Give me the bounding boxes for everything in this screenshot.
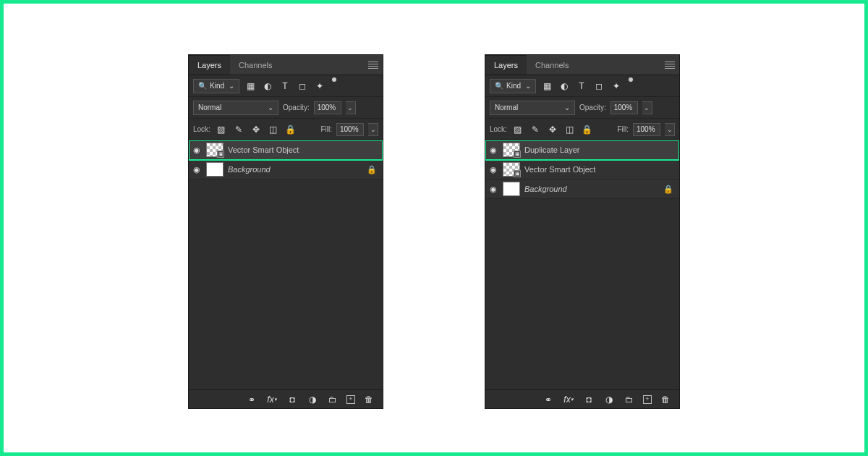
layer-mask-icon[interactable]: ◘ bbox=[286, 393, 299, 406]
filter-type-icon[interactable]: T bbox=[575, 80, 588, 93]
visibility-eye-icon[interactable]: ◉ bbox=[488, 185, 498, 194]
filter-shape-icon[interactable]: ◻ bbox=[592, 80, 605, 93]
layer-name[interactable]: Vector Smart Object bbox=[524, 165, 676, 174]
tab-channels[interactable]: Channels bbox=[527, 55, 577, 75]
chevron-down-icon[interactable]: ⌄ bbox=[346, 101, 356, 114]
layers-list: ◉ ▣ Vector Smart Object ◉ Background 🔒 bbox=[189, 140, 383, 389]
smart-object-badge-icon: ▣ bbox=[514, 170, 521, 177]
layer-row[interactable]: ◉ Background 🔒 bbox=[189, 160, 383, 180]
smart-object-badge-icon: ▣ bbox=[514, 151, 521, 158]
tab-label: Channels bbox=[239, 61, 272, 69]
layer-thumbnail[interactable] bbox=[206, 162, 224, 177]
adjustment-layer-icon[interactable]: ◑ bbox=[306, 393, 319, 406]
link-layers-icon[interactable]: ⚭ bbox=[245, 393, 258, 406]
blend-mode-dropdown[interactable]: Normal bbox=[490, 101, 575, 115]
filter-adjustment-icon[interactable]: ◐ bbox=[261, 80, 274, 93]
fill-value: 100% bbox=[637, 125, 655, 133]
lock-label: Lock: bbox=[193, 125, 210, 133]
blend-row: Normal Opacity: 100% ⌄ bbox=[189, 97, 383, 119]
delete-layer-icon[interactable]: 🗑 bbox=[659, 393, 672, 406]
layers-list: ◉ ▣ Duplicate Layer ◉ ▣ Vector Smart Obj… bbox=[485, 140, 679, 389]
lock-pixels-icon[interactable]: ✎ bbox=[232, 123, 245, 136]
layer-thumbnail[interactable]: ▣ bbox=[503, 162, 520, 177]
filter-adjustment-icon[interactable]: ◐ bbox=[558, 80, 571, 93]
fill-input[interactable]: 100% bbox=[633, 123, 660, 136]
tab-label: Layers bbox=[197, 61, 221, 69]
new-layer-icon[interactable]: + bbox=[346, 395, 355, 404]
chevron-down-icon[interactable]: ⌄ bbox=[642, 101, 652, 114]
filter-type-icon[interactable]: T bbox=[278, 80, 292, 93]
layer-name[interactable]: Vector Smart Object bbox=[228, 145, 380, 154]
opacity-label: Opacity: bbox=[283, 104, 310, 111]
panel-menu-icon[interactable] bbox=[665, 62, 675, 69]
layer-thumbnail[interactable]: ▣ bbox=[503, 143, 520, 157]
layer-row[interactable]: ◉ ▣ Duplicate Layer bbox=[485, 140, 679, 160]
opacity-value: 100% bbox=[318, 104, 336, 111]
chevron-down-icon[interactable]: ⌄ bbox=[368, 123, 378, 136]
filter-pixel-icon[interactable]: ▦ bbox=[244, 80, 257, 93]
lock-indicator-icon: 🔒 bbox=[663, 185, 673, 194]
lock-pixels-icon[interactable]: ✎ bbox=[529, 123, 542, 136]
lock-label: Lock: bbox=[490, 125, 507, 133]
opacity-input[interactable]: 100% bbox=[314, 101, 341, 114]
dropdown-value: Normal bbox=[495, 104, 518, 111]
lock-all-icon[interactable]: 🔒 bbox=[581, 123, 594, 136]
tab-label: Channels bbox=[535, 61, 569, 69]
lock-artboard-icon[interactable]: ◫ bbox=[563, 123, 576, 136]
opacity-input[interactable]: 100% bbox=[610, 101, 638, 114]
filter-smartobj-icon[interactable]: ✦ bbox=[610, 80, 623, 93]
panel-menu-icon[interactable] bbox=[368, 62, 378, 69]
chevron-down-icon[interactable]: ⌄ bbox=[665, 123, 675, 136]
filter-kind-dropdown[interactable]: 🔍 Kind bbox=[490, 79, 536, 93]
layer-name[interactable]: Background bbox=[524, 185, 659, 193]
layer-row[interactable]: ◉ ▣ Vector Smart Object bbox=[189, 140, 383, 160]
layers-panel: Layers Channels 🔍 Kind ▦ ◐ T ◻ ✦ Normal … bbox=[485, 54, 680, 409]
layer-mask-icon[interactable]: ◘ bbox=[582, 393, 595, 406]
lock-position-icon[interactable]: ✥ bbox=[250, 123, 263, 136]
link-layers-icon[interactable]: ⚭ bbox=[542, 393, 555, 406]
adjustment-layer-icon[interactable]: ◑ bbox=[603, 393, 616, 406]
opacity-value: 100% bbox=[614, 104, 633, 111]
filter-toggle-icon[interactable] bbox=[629, 77, 633, 82]
new-layer-icon[interactable]: + bbox=[643, 395, 652, 404]
filter-row: 🔍 Kind ▦ ◐ T ◻ ✦ bbox=[485, 75, 679, 97]
visibility-eye-icon[interactable]: ◉ bbox=[488, 165, 498, 174]
layer-row[interactable]: ◉ ▣ Vector Smart Object bbox=[485, 160, 679, 180]
delete-layer-icon[interactable]: 🗑 bbox=[362, 393, 375, 406]
panel-footer: ⚭ fx▾ ◘ ◑ 🗀 + 🗑 bbox=[485, 389, 679, 408]
lock-row: Lock: ▨ ✎ ✥ ◫ 🔒 Fill: 100% ⌄ bbox=[189, 119, 383, 140]
filter-kind-dropdown[interactable]: 🔍 Kind bbox=[193, 79, 239, 93]
fill-input[interactable]: 100% bbox=[336, 123, 364, 136]
layer-style-icon[interactable]: fx▾ bbox=[265, 393, 278, 406]
layer-row[interactable]: ◉ Background 🔒 bbox=[485, 180, 679, 199]
layer-name[interactable]: Background bbox=[228, 165, 362, 174]
group-icon[interactable]: 🗀 bbox=[623, 393, 636, 406]
blend-mode-dropdown[interactable]: Normal bbox=[193, 101, 278, 115]
lock-artboard-icon[interactable]: ◫ bbox=[267, 123, 280, 136]
filter-shape-icon[interactable]: ◻ bbox=[296, 80, 309, 93]
tab-channels[interactable]: Channels bbox=[230, 55, 281, 75]
group-icon[interactable]: 🗀 bbox=[326, 393, 339, 406]
lock-all-icon[interactable]: 🔒 bbox=[284, 123, 297, 136]
dropdown-label: Kind bbox=[210, 82, 224, 90]
layer-style-icon[interactable]: fx▾ bbox=[562, 393, 575, 406]
visibility-eye-icon[interactable]: ◉ bbox=[192, 145, 202, 155]
layer-thumbnail[interactable]: ▣ bbox=[206, 143, 224, 157]
layer-name[interactable]: Duplicate Layer bbox=[524, 145, 676, 154]
filter-pixel-icon[interactable]: ▦ bbox=[540, 80, 553, 93]
filter-smartobj-icon[interactable]: ✦ bbox=[313, 80, 326, 93]
lock-position-icon[interactable]: ✥ bbox=[546, 123, 559, 136]
dropdown-value: Normal bbox=[198, 104, 221, 111]
visibility-eye-icon[interactable]: ◉ bbox=[488, 145, 498, 155]
lock-transparency-icon[interactable]: ▨ bbox=[511, 123, 524, 136]
layer-thumbnail[interactable] bbox=[503, 182, 520, 196]
lock-row: Lock: ▨ ✎ ✥ ◫ 🔒 Fill: 100% ⌄ bbox=[485, 119, 679, 140]
visibility-eye-icon[interactable]: ◉ bbox=[192, 165, 202, 174]
search-icon: 🔍 bbox=[495, 82, 503, 90]
lock-transparency-icon[interactable]: ▨ bbox=[215, 123, 228, 136]
tab-layers[interactable]: Layers bbox=[189, 55, 230, 75]
tab-label: Layers bbox=[494, 61, 518, 69]
tab-layers[interactable]: Layers bbox=[485, 55, 527, 75]
filter-toggle-icon[interactable] bbox=[332, 77, 336, 82]
dropdown-label: Kind bbox=[506, 82, 521, 90]
